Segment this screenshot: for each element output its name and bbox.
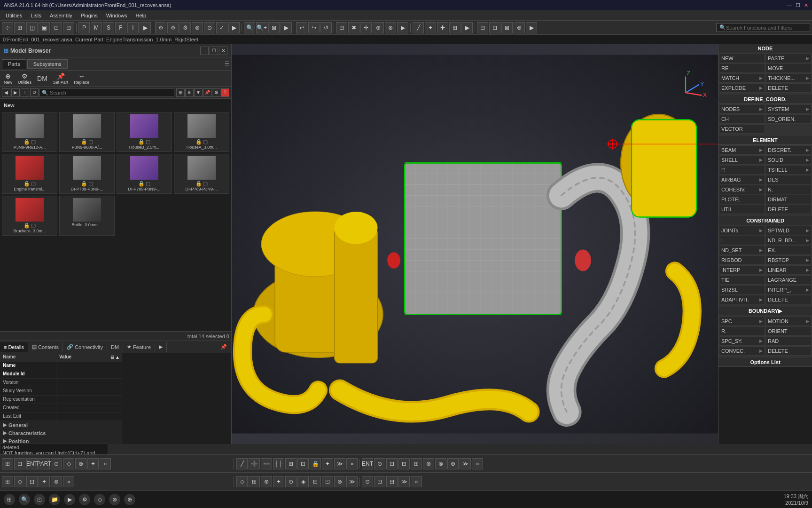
utilities-tool[interactable]: ⚙ Utilities: [16, 71, 33, 86]
toolbar-btn-24[interactable]: ✖: [348, 22, 359, 33]
sb-win-icon[interactable]: ⊞: [4, 494, 15, 505]
mb-restore-btn[interactable]: ☐: [210, 47, 218, 55]
toolbar-btn-6[interactable]: ⊟: [63, 22, 74, 33]
sb-icon-5[interactable]: ⚙: [79, 494, 90, 505]
bt1-r-btn4[interactable]: ┤├: [273, 458, 284, 469]
btn-adaptivit[interactable]: ADAPTIVIT.▶: [719, 295, 765, 304]
bt1-r-btn16[interactable]: ⊛: [423, 458, 434, 469]
bt1-r-btn1[interactable]: ╱: [236, 458, 248, 469]
mb-search-input[interactable]: [39, 88, 174, 97]
bt1-r-btn9[interactable]: ≫: [334, 458, 345, 469]
menu-help[interactable]: Help: [132, 12, 150, 19]
setpart-tool[interactable]: 📌 Set Part: [51, 71, 70, 86]
view-sort-btn[interactable]: ≡: [185, 88, 194, 97]
toolbar-btn-12[interactable]: ▶: [140, 22, 151, 33]
btn-rad[interactable]: RAD: [765, 336, 812, 346]
bt2-btn5[interactable]: ⊛: [51, 476, 62, 487]
menu-lists[interactable]: Lists: [27, 12, 45, 19]
bt1-r-btn12[interactable]: ⊙: [374, 458, 385, 469]
btn-discret[interactable]: DISCRET.▶: [765, 145, 812, 155]
btn-system[interactable]: SYSTEM▶: [765, 104, 812, 114]
btn-paste[interactable]: PASTE▶: [765, 54, 812, 63]
toolbar-btn-17[interactable]: ⊙: [204, 22, 215, 33]
bt1-btn6[interactable]: ◇: [63, 458, 74, 469]
nav-refresh-btn[interactable]: ↺: [30, 88, 39, 97]
bt2-r-btn5[interactable]: ⊙: [285, 476, 297, 487]
btn-l[interactable]: L.: [719, 236, 765, 245]
toolbar-btn-10[interactable]: F: [115, 22, 126, 33]
section-general[interactable]: ▶ General: [0, 421, 122, 429]
btn-interp[interactable]: INTERP▶: [719, 265, 765, 275]
sb-icon-4[interactable]: ▶: [64, 494, 75, 505]
new-tool[interactable]: ⊕ New: [2, 71, 14, 86]
toolbar-btn-3[interactable]: ◫: [26, 22, 38, 33]
viewport-3d[interactable]: Y X Z: [232, 44, 718, 444]
tab-connectivity[interactable]: 🔗 Connectivity: [63, 342, 107, 352]
tab-contents[interactable]: ▤ Contents: [28, 342, 63, 352]
part-item-9[interactable]: Bottle_3.0mm ...: [59, 196, 115, 236]
toolbar-btn-5[interactable]: ⊡: [51, 22, 62, 33]
btn-n[interactable]: N.: [765, 185, 812, 194]
toolbar-btn-23[interactable]: ⊟: [336, 22, 347, 33]
sb-icon-6[interactable]: ◇: [94, 494, 105, 505]
toolbar-btn-14[interactable]: ⚙: [167, 22, 179, 33]
toolbar-btn-25[interactable]: ✛: [360, 22, 372, 33]
btn-linear[interactable]: LINEAR▶: [765, 265, 812, 275]
bt2-r-btn8[interactable]: ⊡: [322, 476, 333, 487]
bt2-btn3[interactable]: ⊡: [26, 476, 38, 487]
tab-feature[interactable]: ★ Feature: [123, 342, 155, 352]
view-grid-btn[interactable]: ⊞: [176, 88, 185, 97]
btn-sptwld[interactable]: SPTWLD▶: [765, 226, 812, 235]
replace-tool[interactable]: ↔ Replace: [72, 71, 91, 86]
mb-close-btn[interactable]: ✕: [219, 47, 227, 55]
btn-spc[interactable]: SPC▶: [719, 317, 765, 326]
bt2-btn6[interactable]: »: [63, 476, 74, 487]
part-item-3[interactable]: 🔒▢HouseA_3.0m...: [174, 112, 229, 152]
tab-subsystems[interactable]: Subsystems: [27, 59, 68, 69]
mb-alert-btn[interactable]: !: [221, 88, 229, 97]
toolbar-btn-37[interactable]: ⊛: [514, 22, 525, 33]
btn-cohesiv[interactable]: COHESIV.▶: [719, 185, 765, 194]
btn-tshell[interactable]: TSHELL▶: [765, 165, 812, 175]
section-boundary-title[interactable]: BOUNDARY▶: [718, 307, 812, 316]
bt1-btn3[interactable]: ENT: [26, 458, 38, 469]
btn-spc-sy[interactable]: SPC_SY.▶: [719, 336, 765, 346]
bt1-r-btn8[interactable]: ✦: [322, 458, 333, 469]
bt2-r-btn9[interactable]: ⊛: [334, 476, 345, 487]
toolbar-btn-1[interactable]: ⊹: [2, 22, 13, 33]
btn-lagrange[interactable]: LAGRANGE: [765, 275, 812, 285]
toolbar-btn-4[interactable]: ▣: [39, 22, 50, 33]
btn-beam[interactable]: BEAM▶: [719, 145, 765, 155]
toolbar-btn-15[interactable]: ⚙: [180, 22, 191, 33]
toolbar-btn-13[interactable]: ⚙: [155, 22, 166, 33]
btn-match[interactable]: MATCH▶: [719, 73, 765, 83]
bt1-btn4[interactable]: PART: [39, 458, 50, 469]
undo-btn[interactable]: ↩: [296, 22, 307, 33]
tab-dm[interactable]: DM: [107, 342, 123, 352]
tab-more[interactable]: ▶: [155, 342, 167, 352]
toolbar-btn-30[interactable]: ✦: [425, 22, 436, 33]
mb-pin-btn[interactable]: 📌: [203, 88, 211, 97]
part-item-5[interactable]: 🔒▢DI-P789-P3N9-...: [59, 154, 115, 194]
sb-icon-8[interactable]: ⊕: [124, 494, 135, 505]
btn-airbag[interactable]: AIRBAG▶: [719, 175, 765, 184]
bt1-btn2[interactable]: ⊡: [14, 458, 25, 469]
toolbar-btn-19[interactable]: ▶: [228, 22, 240, 33]
bt1-r-btn7[interactable]: 🔒: [310, 458, 321, 469]
bt1-r-btn3[interactable]: ➖: [261, 458, 272, 469]
bt1-r-btn13[interactable]: ⊡: [386, 458, 398, 469]
redo-btn[interactable]: ↪: [308, 22, 320, 33]
btn-new[interactable]: NEW: [719, 54, 765, 63]
btn-p[interactable]: P.: [719, 165, 765, 175]
toolbar-btn-33[interactable]: ▶: [461, 22, 473, 33]
bt1-r-btn19[interactable]: ≫: [460, 458, 471, 469]
btn-sh2sl[interactable]: SH2SL: [719, 285, 765, 294]
toolbar-btn-34[interactable]: ⊟: [477, 22, 488, 33]
toolbar-btn-36[interactable]: ⊠: [501, 22, 513, 33]
menu-plugins[interactable]: Plugins: [77, 12, 102, 19]
filter-btn[interactable]: ▼: [194, 88, 203, 97]
toolbar-btn-31[interactable]: ✚: [437, 22, 448, 33]
menu-windows[interactable]: Windows: [102, 12, 131, 19]
btn-rbstop[interactable]: RBSTOP▶: [765, 255, 812, 265]
bt2-r-btn10[interactable]: ≫: [346, 476, 358, 487]
